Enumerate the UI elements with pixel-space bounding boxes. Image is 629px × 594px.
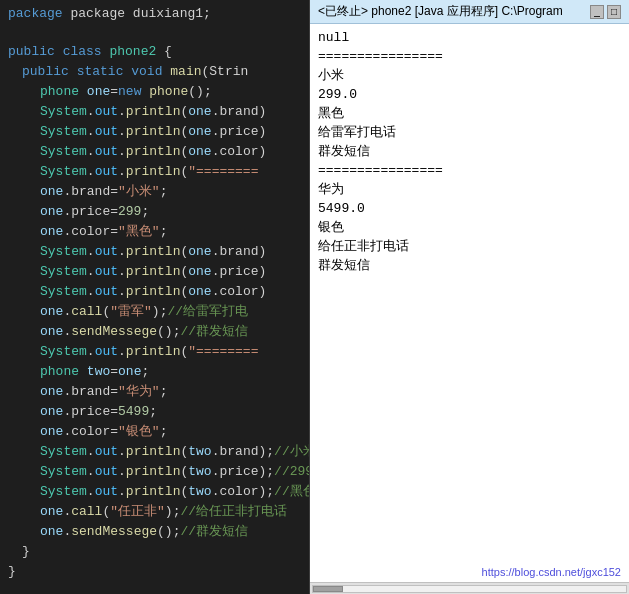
- output-xiaomi: 小米: [318, 66, 621, 85]
- code-line-15: one.sendMessege();//群发短信: [0, 322, 309, 342]
- output-black: 黑色: [318, 104, 621, 123]
- code-line-16: System.out.println("========: [0, 342, 309, 362]
- code-line-27: }: [0, 562, 309, 582]
- code-line-25: one.sendMessege();//群发短信: [0, 522, 309, 542]
- console-scrollbar[interactable]: [310, 582, 629, 594]
- code-line-13: System.out.println(one.color): [0, 282, 309, 302]
- maximize-button[interactable]: □: [607, 5, 621, 19]
- code-line-24: one.call("任正非");//给任正非打电话: [0, 502, 309, 522]
- output-huawei: 华为: [318, 180, 621, 199]
- output-sms-1: 群发短信: [318, 142, 621, 161]
- code-line-3: phone one=new phone();: [0, 82, 309, 102]
- main-container: package package duixiang1; public class …: [0, 0, 629, 594]
- editor-panel: package package duixiang1; public class …: [0, 0, 310, 594]
- code-line-12: System.out.println(one.price): [0, 262, 309, 282]
- watermark: https://blog.csdn.net/jgxc152: [482, 566, 621, 578]
- console-header: <已终止> phone2 [Java 应用程序] C:\Program ⎯ □: [310, 0, 629, 24]
- code-line-9: one.price=299;: [0, 202, 309, 222]
- output-299: 299.0: [318, 85, 621, 104]
- divider-2: ================: [318, 161, 621, 180]
- code-line-8: one.brand="小米";: [0, 182, 309, 202]
- code-line-20: one.color="银色";: [0, 422, 309, 442]
- code-line-10: one.color="黑色";: [0, 222, 309, 242]
- code-line-19: one.price=5499;: [0, 402, 309, 422]
- output-5499: 5499.0: [318, 199, 621, 218]
- code-line-11: System.out.println(one.brand): [0, 242, 309, 262]
- minimize-button[interactable]: ⎯: [590, 5, 604, 19]
- console-title: <已终止> phone2 [Java 应用程序] C:\Program: [318, 3, 563, 20]
- code-line-26: }: [0, 542, 309, 562]
- console-header-buttons: ⎯ □: [590, 5, 621, 19]
- code-line-5: System.out.println(one.price): [0, 122, 309, 142]
- console-panel: <已终止> phone2 [Java 应用程序] C:\Program ⎯ □ …: [310, 0, 629, 594]
- null-output: null: [318, 28, 621, 47]
- code-line-23: System.out.println(two.color);//黑色: [0, 482, 309, 502]
- scrollbar-thumb[interactable]: [313, 586, 343, 592]
- code-line-17: phone two=one;: [0, 362, 309, 382]
- code-line-7: System.out.println("========: [0, 162, 309, 182]
- output-call-renzf: 给任正非打电话: [318, 237, 621, 256]
- scrollbar-track[interactable]: [312, 585, 627, 593]
- output-silver: 银色: [318, 218, 621, 237]
- code-line-14: one.call("雷军");//给雷军打电: [0, 302, 309, 322]
- code-line-4: System.out.println(one.brand): [0, 102, 309, 122]
- output-sms-2: 群发短信: [318, 256, 621, 275]
- code-line-2: public static void main(Strin: [0, 62, 309, 82]
- code-line-21: System.out.println(two.brand);//小米: [0, 442, 309, 462]
- code-line-6: System.out.println(one.color): [0, 142, 309, 162]
- code-line-22: System.out.println(two.price);//299: [0, 462, 309, 482]
- output-call-leijun: 给雷军打电话: [318, 123, 621, 142]
- code-line-1: public class phone2 {: [0, 42, 309, 62]
- package-line: package package duixiang1;: [0, 4, 309, 24]
- console-content: null ================ 小米 299.0 黑色 给雷军打电话…: [310, 24, 629, 582]
- divider-1: ================: [318, 47, 621, 66]
- code-line-18: one.brand="华为";: [0, 382, 309, 402]
